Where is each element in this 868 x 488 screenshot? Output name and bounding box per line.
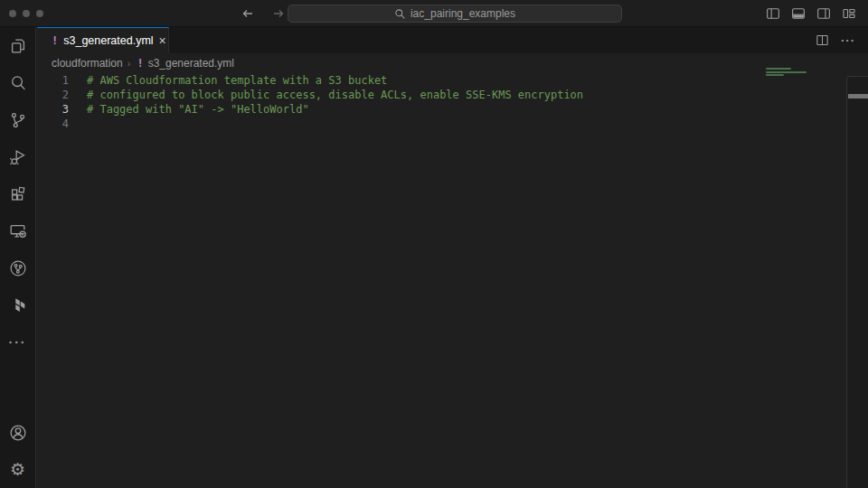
tab-label: s3_generated.yml [63,34,153,47]
toggle-secondary-sidebar-icon[interactable] [815,5,832,23]
minimap-line [766,68,791,70]
minimize-window-button[interactable] [23,10,30,17]
back-arrow-icon[interactable] [239,5,257,23]
code-line-1: 1 # AWS Cloudformation template with a S… [37,73,868,88]
tab-bar: ! s3_generated.yml × ··· [37,27,868,53]
titlebar: iac_pairing_examples [0,0,868,27]
terraform-icon[interactable] [0,286,36,324]
line-number: 3 [37,102,69,117]
line-number: 1 [37,73,69,88]
minimap[interactable] [766,68,811,176]
breadcrumb: cloudformation › ! s3_generated.yml [37,53,868,73]
chevron-right-icon: › [127,58,131,69]
vscode-window: iac_pairing_examples [0,0,868,488]
cursor-position-marker [848,94,868,99]
file-modified-indicator-icon: ! [137,57,143,70]
customize-layout-icon[interactable] [840,5,857,23]
overview-ruler[interactable] [846,76,868,488]
code-line-2: 2 # configured to block public access, d… [37,88,868,102]
line-content: # configured to block public access, dis… [69,88,583,102]
forward-arrow-icon[interactable] [269,5,288,23]
code-line-3: 3 # Tagged with "AI" -> "HelloWorld" [37,102,868,117]
command-center-text: iac_pairing_examples [410,7,515,20]
line-content: # Tagged with "AI" -> "HelloWorld" [69,102,309,117]
extensions-icon[interactable] [0,175,36,212]
search-view-icon[interactable] [0,64,36,101]
explorer-icon[interactable] [0,27,36,64]
toggle-panel-icon[interactable] [789,5,807,23]
line-number: 4 [37,117,69,131]
modified-indicator-icon: ! [52,34,58,47]
remote-explorer-icon[interactable] [0,212,36,249]
toggle-primary-sidebar-icon[interactable] [764,5,781,23]
minimap-line [766,74,784,76]
more-views-icon[interactable]: ··· [0,324,36,361]
command-center-search[interactable]: iac_pairing_examples [288,5,622,23]
zoom-window-button[interactable] [36,10,43,17]
line-content: # AWS Cloudformation template with a S3 … [69,73,387,88]
run-and-debug-icon[interactable] [0,138,36,175]
close-window-button[interactable] [9,10,16,17]
close-tab-icon[interactable]: × [159,33,166,48]
code-editor[interactable]: 1 # AWS Cloudformation template with a S… [37,73,868,488]
traffic-lights [9,10,43,17]
breadcrumb-file[interactable]: s3_generated.yml [148,57,234,70]
tab-s3-generated-yml[interactable]: ! s3_generated.yml × [37,27,169,53]
history-navigation [239,0,288,27]
editor-actions: ··· [815,27,868,53]
activity-bar: ··· ⚙ [0,27,36,488]
git-graph-icon[interactable] [0,249,36,286]
more-actions-icon[interactable]: ··· [841,33,855,47]
settings-gear-icon[interactable]: ⚙ [0,451,36,488]
line-number: 2 [37,88,69,102]
accounts-icon[interactable] [0,414,36,451]
breadcrumb-folder[interactable]: cloudformation [52,57,123,70]
layout-controls [764,0,857,27]
minimap-line [766,71,807,73]
line-content [69,117,87,131]
search-icon [394,8,406,20]
split-editor-icon[interactable] [815,33,830,48]
code-line-4: 4 [37,117,868,131]
source-control-icon[interactable] [0,101,36,138]
